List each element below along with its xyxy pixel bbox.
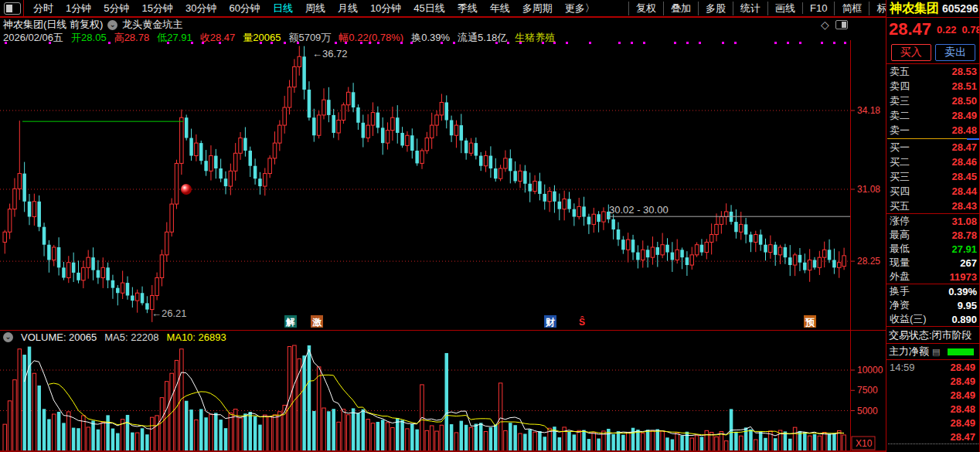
- toolbar-button-5[interactable]: F10: [802, 2, 834, 14]
- tick-list: 14:5928.4928.4928.4928.4828.4928.47: [886, 360, 980, 444]
- price-change-percent: 0.78%: [961, 24, 980, 36]
- bid-row-4[interactable]: 买五28.43: [886, 199, 980, 213]
- chart-info-line: 神农集团(日线 前复权) ⌄ 龙头黄金坑主: [3, 19, 182, 30]
- price-change: 0.22: [937, 24, 956, 36]
- svg-text:7500: 7500: [857, 385, 878, 396]
- svg-text:34.18: 34.18: [857, 105, 880, 116]
- chart-corner-icons: ◇: [821, 19, 848, 30]
- quote-panel: 神农集团 605296 28.47 0.22 0.78% 买入 卖出 卖五28.…: [886, 0, 980, 452]
- last-price: 28.47: [889, 19, 931, 39]
- tab-period-13[interactable]: 多周期: [516, 2, 559, 15]
- quote-stats-secondary: 换手0.39%净资9.95收益(三)0.890: [886, 284, 980, 326]
- trading-app-window: 分时1分钟5分钟15分钟30分钟60分钟日线周线月线10分钟45日线季线年线多周…: [0, 0, 980, 452]
- stat-row-0: 涨停31.08: [886, 214, 980, 228]
- toolbar-button-2[interactable]: 多股: [698, 2, 733, 15]
- chart-title: 神农集团(日线 前复权): [3, 18, 103, 32]
- volume-header-segment-2: MA10: 26893: [166, 331, 226, 343]
- volume-chart[interactable]: 1000075005000X10: [0, 344, 886, 452]
- ask-row-4[interactable]: 卖一28.48: [886, 123, 980, 138]
- svg-text:30.02 - 30.00: 30.02 - 30.00: [609, 204, 669, 216]
- svg-text:31.08: 31.08: [857, 184, 880, 195]
- stat-row2-0: 换手0.39%: [886, 284, 980, 298]
- sell-button[interactable]: 卖出: [935, 44, 975, 61]
- bid-row-2[interactable]: 买三28.45: [886, 169, 980, 184]
- stat-row2-2: 收益(三)0.890: [886, 312, 980, 326]
- tab-period-0[interactable]: 分时: [27, 2, 60, 15]
- tick-row-0: 14:5928.49: [886, 360, 980, 374]
- quote-price-row: 28.47 0.22 0.78%: [886, 18, 980, 41]
- tab-period-12[interactable]: 年线: [484, 2, 516, 15]
- trade-status: 交易状态:闭市阶段: [886, 327, 980, 343]
- toolbar-button-6[interactable]: 简框: [834, 2, 869, 15]
- volume-header-segment-0: VOLUME: 20065: [21, 331, 97, 343]
- toolbar-button-4[interactable]: 画线: [767, 2, 802, 15]
- layout-toggle-icon[interactable]: [4, 2, 21, 15]
- tab-period-4[interactable]: 30分钟: [179, 2, 223, 15]
- tab-period-1[interactable]: 1分钟: [60, 2, 97, 15]
- main-net-label: 主力净额: [889, 345, 929, 359]
- svg-text:10000: 10000: [857, 365, 883, 376]
- tick-row-2: 28.49: [886, 388, 980, 402]
- svg-text:←36.72: ←36.72: [312, 48, 348, 59]
- svg-text:财: 财: [545, 317, 555, 328]
- tab-period-7[interactable]: 周线: [299, 2, 332, 15]
- tab-period-5[interactable]: 60分钟: [223, 2, 266, 15]
- main-net-bar: [948, 348, 974, 355]
- stock-code: 605296: [942, 2, 978, 15]
- period-tabs: 分时1分钟5分钟15分钟30分钟60分钟日线周线月线10分钟45日线季线年线多周…: [27, 2, 601, 15]
- volume-header-segment-1: MA5: 22208: [104, 331, 158, 343]
- tab-period-11[interactable]: 季线: [451, 2, 484, 15]
- stock-tag-label: 龙头黄金坑主: [122, 18, 182, 32]
- svg-text:X10: X10: [856, 438, 873, 449]
- split-panel-icon[interactable]: [835, 20, 848, 29]
- ask-row-3[interactable]: 卖二28.49: [886, 108, 980, 123]
- ask-row-0[interactable]: 卖五28.53: [886, 64, 980, 79]
- tab-period-8[interactable]: 月线: [332, 2, 364, 15]
- buy-button[interactable]: 买入: [891, 44, 931, 61]
- svg-text:5000: 5000: [857, 406, 878, 416]
- price-axis-line: [850, 40, 851, 450]
- bid-row-1[interactable]: 买二28.46: [886, 155, 980, 169]
- order-book-sells: 卖五28.53卖四28.51卖三28.50卖二28.49卖一28.48: [886, 64, 980, 138]
- tick-row-4: 28.49: [886, 416, 980, 430]
- top-toolbar: 分时1分钟5分钟15分钟30分钟60分钟日线周线月线10分钟45日线季线年线多周…: [0, 0, 980, 18]
- quote-stats-primary: 涨停31.08最高28.78最低27.91现量267外盘11973: [886, 214, 980, 284]
- diamond-icon[interactable]: ◇: [821, 19, 829, 30]
- toolbar-button-0[interactable]: 复权: [628, 2, 663, 15]
- tab-period-10[interactable]: 45日线: [407, 2, 451, 15]
- svg-text:激: 激: [312, 317, 322, 328]
- candlestick-chart[interactable]: 34.1831.0828.2530.02 - 30.00←36.72←26.21…: [0, 40, 886, 330]
- list-icon[interactable]: ▤: [932, 347, 940, 357]
- tick-row-5: 28.47: [886, 430, 980, 444]
- tick-row-3: 28.48: [886, 402, 980, 416]
- ask-row-2[interactable]: 卖三28.50: [886, 93, 980, 108]
- stat-row-1: 最高28.78: [886, 228, 980, 242]
- toolbar-button-1[interactable]: 叠加: [663, 2, 698, 15]
- toolbar-button-3[interactable]: 统计: [733, 2, 767, 15]
- volume-collapse-icon[interactable]: ⌄: [3, 332, 13, 342]
- collapse-chevron-icon[interactable]: ⌄: [107, 20, 117, 30]
- tab-period-3[interactable]: 15分钟: [135, 2, 179, 15]
- tab-period-6[interactable]: 日线: [267, 2, 299, 15]
- stat-row-3: 现量267: [886, 256, 980, 270]
- quote-title: 神农集团 605296: [886, 0, 980, 18]
- trade-buttons: 买入 卖出: [886, 41, 980, 63]
- order-book-buys: 买一28.47买二28.46买三28.45买四28.44买五28.43: [886, 140, 980, 213]
- stat-row2-1: 净资9.95: [886, 298, 980, 312]
- bid-row-0[interactable]: 买一28.47: [886, 140, 980, 155]
- tab-period-2[interactable]: 5分钟: [97, 2, 135, 15]
- svg-text:28.25: 28.25: [857, 256, 880, 267]
- tick-list-end: [888, 444, 978, 444]
- volume-header: ⌄ VOLUME: 20065MA5: 22208MA10: 26893: [3, 331, 226, 343]
- tab-period-9[interactable]: 10分钟: [364, 2, 407, 15]
- tick-row-1: 28.49: [886, 374, 980, 388]
- ask-row-1[interactable]: 卖四28.51: [886, 79, 980, 93]
- stat-row-4: 外盘11973: [886, 270, 980, 284]
- svg-text:←26.21: ←26.21: [151, 308, 187, 319]
- svg-text:解: 解: [285, 317, 295, 328]
- bid-row-3[interactable]: 买四28.44: [886, 184, 980, 199]
- pane-separator: [0, 330, 886, 331]
- svg-text:Ŝ: Ŝ: [579, 316, 585, 328]
- toolbar-divider: [23, 0, 24, 16]
- tab-period-14[interactable]: 更多〉: [559, 2, 601, 15]
